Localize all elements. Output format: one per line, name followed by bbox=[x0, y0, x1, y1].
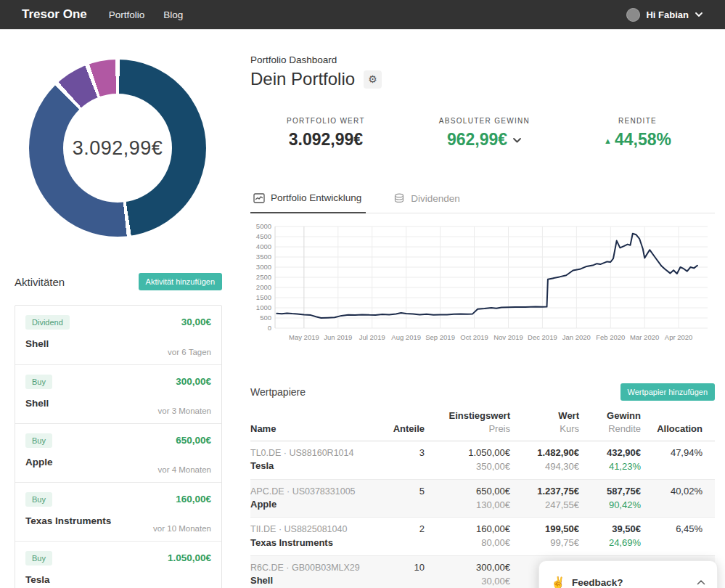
svg-text:500: 500 bbox=[260, 314, 271, 322]
col-gewinn: Gewinn bbox=[579, 410, 641, 421]
security-allocation-cell: 6,45% bbox=[641, 523, 703, 550]
security-wert-cell: 199,50€99,75€ bbox=[510, 523, 579, 550]
nav-link-blog[interactable]: Blog bbox=[163, 9, 183, 20]
activity-date: vor 4 Monaten bbox=[157, 465, 211, 474]
page-title: Dein Portfolio bbox=[250, 69, 355, 89]
stat-value: 3.092,99€ bbox=[287, 130, 365, 150]
portfolio-total-value: 3.092,99€ bbox=[73, 137, 163, 160]
activity-date: vor 3 Monaten bbox=[157, 407, 211, 415]
security-einstiegswert-cell: 160,00€80,00€ bbox=[425, 523, 510, 550]
user-menu[interactable]: Hi Fabian bbox=[626, 8, 703, 22]
up-triangle-icon: ▲ bbox=[604, 136, 612, 145]
activity-item[interactable]: Buy160,00€Texas Instrumentsvor 10 Monate… bbox=[15, 482, 221, 541]
svg-text:2500: 2500 bbox=[256, 273, 271, 281]
stats-row: PORTFOLIO WERT 3.092,99€ ABSOLUTER GEWIN… bbox=[250, 117, 715, 150]
chevron-down-icon[interactable] bbox=[512, 137, 522, 144]
svg-text:Feb 2020: Feb 2020 bbox=[596, 333, 625, 341]
stat-label: ABSOLUTER GEWINN bbox=[439, 117, 530, 125]
security-einstiegswert-cell: 300,00€30,00€ bbox=[425, 561, 510, 588]
activity-amount: 300,00€ bbox=[176, 376, 211, 387]
activity-date: vor 6 Tagen bbox=[168, 348, 211, 356]
col-rendite: Rendite bbox=[579, 423, 641, 434]
svg-text:0: 0 bbox=[268, 324, 271, 332]
col-einstiegswert: Einstiegswert bbox=[425, 410, 510, 421]
stat-rendite: RENDITE ▲44,58% bbox=[604, 117, 671, 150]
security-gewinn-cell: 39,50€24,69% bbox=[579, 523, 641, 550]
tab-dividenden[interactable]: Dividenden bbox=[390, 191, 464, 213]
activity-date: vor 10 Monaten bbox=[153, 524, 211, 533]
tab-label: Dividenden bbox=[411, 193, 460, 204]
victory-hand-emoji: ✌️ bbox=[551, 576, 565, 588]
feedback-label: Feedback? bbox=[572, 577, 623, 588]
add-activity-button[interactable]: Aktivität hinzufügen bbox=[139, 273, 222, 290]
svg-text:Oct 2019: Oct 2019 bbox=[460, 333, 488, 341]
stat-portfolio-wert: PORTFOLIO WERT 3.092,99€ bbox=[287, 117, 365, 150]
chevron-up-icon bbox=[697, 579, 705, 585]
activity-type-badge: Buy bbox=[25, 375, 52, 389]
security-row[interactable]: APC.DE · US0378331005Apple5650,00€130,00… bbox=[250, 479, 715, 518]
svg-text:Nov 2019: Nov 2019 bbox=[493, 333, 523, 341]
tab-portfolio-entwicklung[interactable]: Portfolio Entwicklung bbox=[250, 191, 366, 213]
svg-text:1000: 1000 bbox=[256, 303, 271, 311]
activity-item[interactable]: Dividend30,00€Shellvor 6 Tagen bbox=[15, 306, 221, 364]
col-wert: Wert bbox=[510, 410, 579, 421]
top-nav: Tresor One Portfolio Blog Hi Fabian bbox=[0, 0, 725, 30]
col-anteile: Anteile bbox=[385, 423, 425, 434]
tab-label: Portfolio Entwicklung bbox=[271, 192, 361, 203]
activity-type-badge: Dividend bbox=[25, 315, 70, 330]
activity-item[interactable]: Buy1.050,00€Tesla bbox=[15, 541, 221, 588]
securities-table-header: Name Anteile EinstiegswertPreis WertKurs… bbox=[250, 410, 715, 441]
line-chart-icon bbox=[253, 193, 265, 203]
breadcrumb: Portfolio Dashboard bbox=[250, 54, 337, 65]
col-allocation: Allocation bbox=[641, 423, 703, 434]
security-name-cell: TL0.DE · US88160R1014Tesla bbox=[250, 446, 385, 474]
gear-icon[interactable]: ⚙ bbox=[364, 70, 382, 89]
svg-text:Mar 2020: Mar 2020 bbox=[630, 333, 659, 341]
svg-text:4000: 4000 bbox=[256, 242, 271, 250]
security-einstiegswert-cell: 650,00€130,00€ bbox=[425, 485, 510, 513]
security-allocation-cell: 47,94% bbox=[641, 446, 703, 474]
activity-amount: 160,00€ bbox=[176, 494, 211, 505]
stat-value: 44,58% bbox=[615, 130, 671, 149]
activity-amount: 30,00€ bbox=[181, 317, 211, 327]
security-einstiegswert-cell: 1.050,00€350,00€ bbox=[425, 446, 510, 474]
svg-text:5000: 5000 bbox=[256, 222, 271, 230]
coins-icon bbox=[393, 193, 405, 203]
svg-text:Dec 2019: Dec 2019 bbox=[528, 333, 557, 341]
activity-item[interactable]: Buy650,00€Applevor 4 Monaten bbox=[15, 423, 221, 482]
stat-value: 962,99€ bbox=[447, 130, 507, 149]
security-row[interactable]: TL0.DE · US88160R1014Tesla31.050,00€350,… bbox=[250, 441, 715, 479]
security-row[interactable]: TII.DE · US8825081040Texas Instruments21… bbox=[250, 517, 715, 555]
col-preis: Preis bbox=[425, 423, 510, 434]
svg-text:4500: 4500 bbox=[256, 232, 271, 240]
allocation-donut[interactable]: 3.092,99€ bbox=[29, 60, 206, 237]
chart-tabs: Portfolio Entwicklung Dividenden bbox=[250, 191, 715, 213]
security-anteile-cell: 3 bbox=[385, 446, 425, 474]
stat-label: RENDITE bbox=[604, 117, 671, 125]
svg-text:3000: 3000 bbox=[256, 263, 271, 271]
activity-item[interactable]: Buy300,00€Shellvor 3 Monaten bbox=[15, 364, 221, 423]
security-anteile-cell: 2 bbox=[385, 523, 425, 550]
user-greeting: Hi Fabian bbox=[646, 9, 689, 20]
activity-type-badge: Buy bbox=[25, 551, 52, 565]
brand-logo[interactable]: Tresor One bbox=[22, 7, 87, 22]
add-security-button[interactable]: Wertpapier hinzufügen bbox=[620, 383, 715, 401]
security-gewinn-cell: 587,75€90,42% bbox=[579, 485, 641, 513]
svg-text:Jun 2019: Jun 2019 bbox=[324, 333, 352, 341]
activity-type-badge: Buy bbox=[25, 492, 52, 507]
activity-amount: 650,00€ bbox=[176, 435, 211, 446]
security-wert-cell: 1.482,90€494,30€ bbox=[510, 446, 579, 474]
donut-center: 3.092,99€ bbox=[63, 94, 172, 203]
nav-link-portfolio[interactable]: Portfolio bbox=[109, 9, 145, 20]
activity-type-badge: Buy bbox=[25, 433, 52, 448]
security-anteile-cell: 5 bbox=[385, 485, 425, 513]
feedback-widget[interactable]: ✌️ Feedback? bbox=[538, 560, 718, 588]
svg-text:3500: 3500 bbox=[256, 253, 271, 261]
security-anteile-cell: 10 bbox=[385, 561, 425, 588]
performance-chart-svg[interactable]: 0500100015002000250030003500400045005000… bbox=[250, 221, 715, 346]
svg-text:Apr 2020: Apr 2020 bbox=[665, 333, 693, 341]
avatar bbox=[626, 8, 640, 22]
svg-text:Aug 2019: Aug 2019 bbox=[391, 333, 421, 341]
securities-heading: Wertpapiere bbox=[250, 386, 306, 398]
chevron-down-icon bbox=[695, 10, 703, 19]
